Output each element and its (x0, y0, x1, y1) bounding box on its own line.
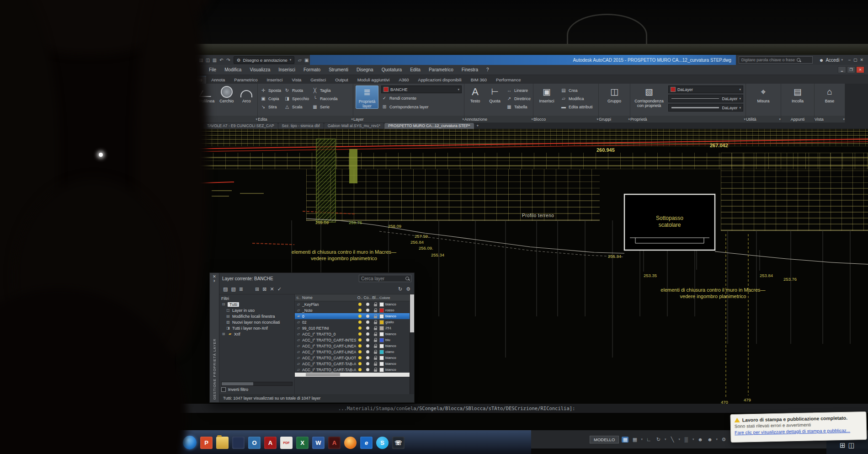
panel-label-utilita[interactable]: Utilità▾ (746, 116, 781, 123)
restore-drawing-icon[interactable]: ❐ (847, 66, 855, 73)
menu-formato[interactable]: Formato (304, 67, 320, 72)
new-property-filter-icon[interactable]: ▨ (223, 286, 228, 292)
menu-edita[interactable]: Edita (410, 67, 421, 72)
drawing-canvas[interactable]: 260.945 267.042 259.09 259.76 258.09 257… (176, 129, 868, 430)
maximize-icon[interactable]: ▢ (853, 58, 857, 62)
crea-blocco-button[interactable]: ▤Crea (560, 86, 593, 94)
osnap-icon[interactable]: ╲ (669, 437, 676, 443)
panel-label-appunti[interactable]: Appunti (781, 116, 814, 123)
panel-label-edita[interactable]: Edita▾ (258, 116, 353, 123)
layer-row[interactable]: ▱ACC_I° TRATTO_CART-LINEA-S...ciano (295, 349, 410, 355)
chevron-down-icon[interactable]: ▾ (679, 438, 681, 441)
new-layer-vp-icon[interactable]: ⊠ (262, 286, 266, 292)
quota-button[interactable]: ⊢Quota (486, 85, 503, 103)
serie-button[interactable]: ▦Serie (312, 103, 338, 111)
modifica-blocco-button[interactable]: ▱Modifica (560, 95, 593, 102)
close-drawing-icon[interactable]: ✕ (856, 66, 864, 73)
corrispondenza-proprieta-button[interactable]: ▧Corrispondenza con proprietà (633, 85, 666, 108)
command-line[interactable]: ...Materiali/Stampa/conGela/SCongela/Blo… (176, 404, 868, 413)
layer-row[interactable]: ▱99_010 RETINI251 (295, 325, 410, 331)
menu-strumenti[interactable]: Strumenti (329, 67, 348, 72)
taglia-button[interactable]: ╳Taglia (312, 86, 338, 94)
search-icon[interactable] (797, 58, 800, 62)
filter-layer-in-uso[interactable]: ◫Layer in uso (221, 307, 293, 313)
linetype-bylayer-combo[interactable]: DaLayer▾ (668, 95, 743, 102)
menu-inserisci[interactable]: Inserisci (278, 67, 295, 72)
plot-icon[interactable]: ▱ (296, 58, 303, 63)
taskbar-icon-internet-explorer[interactable]: e (360, 437, 373, 449)
ruota-button[interactable]: ↻Ruota (284, 86, 309, 94)
layer-row[interactable]: ▱ACC_I° TRATTO_CART-TAB-AR...bianco (295, 361, 410, 367)
snap-icon[interactable]: ▦ (631, 437, 638, 443)
corrispondenza-layer-button[interactable]: ⊞Corrispondenza layer (381, 103, 462, 111)
panel-label-vista[interactable]: Vista▾ (815, 116, 845, 123)
invert-filter-checkbox[interactable]: Inverti filtro (221, 386, 293, 393)
copia-button[interactable]: ▣Copia (260, 95, 281, 102)
minimize-icon[interactable]: – (848, 58, 851, 62)
set-current-icon[interactable]: ✓ (277, 286, 282, 292)
raccorda-button[interactable]: ╰Raccorda (312, 95, 338, 102)
panel-label-layer[interactable]: Layer▾ (353, 116, 464, 123)
layer-row[interactable]: ▱_KeyPlanbianco (295, 301, 410, 307)
misura-button[interactable]: ⌖Misura (752, 85, 774, 103)
sposta-button[interactable]: ✛Sposta (260, 86, 281, 94)
layer-list-hscrollbar[interactable] (295, 373, 410, 377)
grid-icon[interactable]: ▦ (622, 437, 628, 443)
save-icon[interactable]: ◫ (204, 58, 211, 63)
taskbar-icon-autocad[interactable]: A (328, 437, 341, 449)
base-button[interactable]: ⌂Base (819, 85, 841, 103)
ribbon-tab-output[interactable]: Output (331, 76, 352, 84)
filters-scrollbar[interactable] (221, 382, 293, 386)
workspace-switch-icon[interactable]: ⚙ (720, 437, 727, 443)
edita-attributi-button[interactable]: ▬Edita attributi (560, 103, 593, 111)
menu-visualizza[interactable]: Visualizza (250, 67, 270, 72)
close-icon[interactable]: ✕ (860, 58, 863, 62)
polar-tracking-icon[interactable]: ↻ (655, 437, 662, 443)
lineweight-bylayer-combo[interactable]: DaLayer▾ (668, 104, 743, 112)
rendi-corrente-button[interactable]: ✓Rendi corrente (381, 94, 462, 102)
delete-layer-icon[interactable]: ✕ (270, 286, 274, 292)
workspace-combo[interactable]: ⚙ Disegno e annotazione ▾ (234, 56, 294, 64)
layer-row[interactable]: ▱ACC_I° TRATTO_CART-LINEA-INTbianco (295, 343, 410, 349)
autohide-icon[interactable]: ⏵ (213, 279, 215, 283)
layer-list-vscrollbar[interactable] (410, 294, 414, 394)
ribbon-tab-app-disponibili[interactable]: Applicazioni disponibili (414, 76, 466, 84)
ribbon-tab-a360[interactable]: A360 (394, 76, 413, 84)
menu-help[interactable]: ? (486, 67, 489, 72)
panel-label-annotazione[interactable]: Annotazione▾ (464, 116, 533, 123)
panel-label-blocco[interactable]: Blocco▾ (533, 116, 598, 123)
layer-row[interactable]: ▱_Noterosso (295, 307, 410, 313)
taskbar-icon-phone[interactable]: ☏ (392, 437, 405, 449)
layer-row[interactable]: ▱ACC_I° TRATTO_CART-TAB-A...bianco (295, 367, 410, 373)
new-group-filter-icon[interactable]: ▧ (231, 286, 235, 292)
layer-combo[interactable]: BANCHE ▾ (381, 85, 462, 93)
taskbar-icon-explorer-folder[interactable] (216, 437, 229, 449)
filter-modifiche-locali[interactable]: ▤Modifiche locali finestra (221, 313, 293, 319)
layer-row[interactable]: ▱02giallo (295, 319, 410, 325)
stira-button[interactable]: ↘Stira (260, 103, 281, 111)
annotation-visibility-icon[interactable]: ☻ (697, 437, 704, 442)
taskbar-icon-powerpoint[interactable]: P (200, 437, 213, 449)
new-tab-button[interactable]: + (474, 123, 481, 129)
taskbar-icon-skype[interactable]: S (376, 437, 389, 449)
annotation-autoscale-icon[interactable]: ☻ (707, 437, 714, 442)
notification-link[interactable]: Fare clic per visualizzare dettagli di s… (735, 427, 863, 435)
sheet-icon[interactable]: ▣ (303, 58, 310, 63)
ribbon-tab-parametrico[interactable]: Parametrico (230, 76, 261, 84)
model-space-button[interactable]: MODELLO (590, 436, 619, 443)
taskbar-icon-word[interactable]: W (312, 437, 325, 449)
filter-nuovi-layer[interactable]: ▧Nuovi layer non riconciliati (221, 319, 293, 325)
inserisci-blocco-button[interactable]: ▣Inserisci (536, 85, 558, 103)
file-tab-2[interactable]: Sez. tipo - sismica dbf (278, 123, 324, 129)
taskbar-icon-acrobat[interactable]: A (264, 437, 277, 449)
chevron-down-icon[interactable]: ▾ (641, 438, 643, 441)
ribbon-tab-bim360[interactable]: BIM 360 (467, 76, 491, 84)
file-tab-active[interactable]: PROSPETTO MURO CA...12_curvatura STEP* (384, 123, 474, 129)
refresh-icon[interactable]: ↻ (398, 286, 402, 292)
minimize-drawing-icon[interactable]: ‗ (838, 66, 846, 73)
layer-row[interactable]: ▱ACC_I° TRATTO_CART-INTESTA...blu (295, 337, 410, 343)
taskbar-icon-excel[interactable]: X (296, 437, 309, 449)
taskbar-icon-outlook[interactable]: O (248, 437, 261, 449)
panel-label-gruppi[interactable]: Gruppi▾ (599, 116, 630, 123)
filter-non-xrif[interactable]: ◨Tutti i layer non-Xrif (221, 325, 293, 331)
